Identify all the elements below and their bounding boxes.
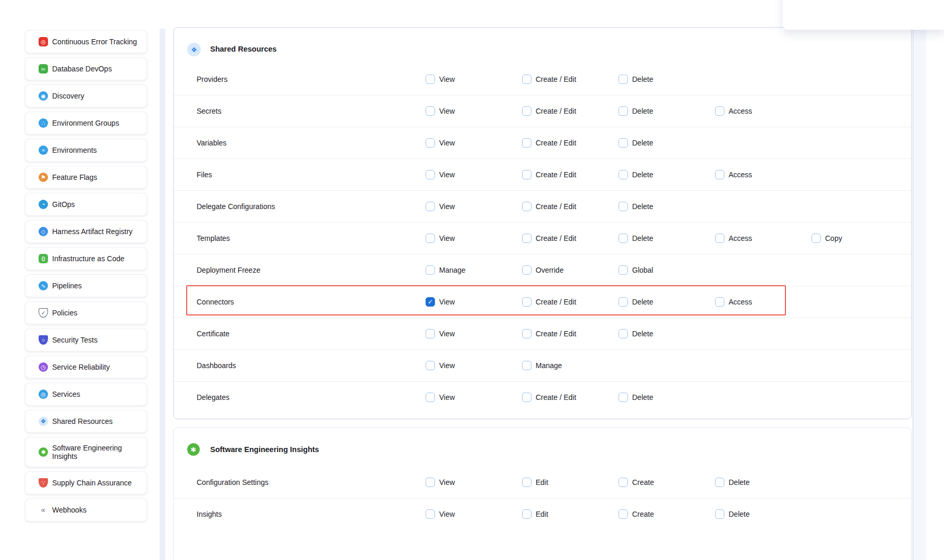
checkbox-label: Delete xyxy=(632,393,653,401)
sidebar-item-feature-flags[interactable]: ⚑ Feature Flags xyxy=(25,166,147,189)
sidebar-item-label: Feature Flags xyxy=(52,173,97,181)
checkbox-label: Override xyxy=(536,266,564,274)
sidebar-item-database-devops[interactable]: ∞ Database DevOps xyxy=(25,57,147,80)
sidebar-item-service-reliability[interactable]: ◷ Service Reliability xyxy=(25,356,147,379)
checkbox-view[interactable] xyxy=(426,478,435,487)
checkbox-label: Create / Edit xyxy=(536,393,576,401)
checkbox-view[interactable] xyxy=(426,106,435,116)
checkbox-create-edit[interactable] xyxy=(522,138,531,148)
checkbox-access[interactable] xyxy=(715,297,724,307)
checkbox-label: View xyxy=(439,171,455,179)
sidebar-item-label: Policies xyxy=(52,309,77,317)
checkbox-create-edit[interactable] xyxy=(522,75,531,84)
checkbox-view[interactable] xyxy=(426,509,435,519)
sidebar-item-software-engineering-insights[interactable]: ✱ Software Engineering Insights xyxy=(25,437,147,467)
checkbox-view[interactable] xyxy=(426,393,435,402)
checkbox-manage[interactable] xyxy=(426,265,435,275)
sidebar-item-continuous-error-tracking[interactable]: ◎ Continuous Error Tracking xyxy=(25,30,147,53)
checkbox-delete[interactable] xyxy=(619,75,628,84)
checkbox-view[interactable] xyxy=(426,170,435,179)
sidebar-item-environments[interactable]: ≈ Environments xyxy=(25,139,147,162)
sidebar-item-harness-artifact-registry[interactable]: ◇ Harness Artifact Registry xyxy=(25,220,147,243)
panel-title: Shared Resources xyxy=(210,45,276,53)
checkbox-global[interactable] xyxy=(619,265,628,275)
checkbox-label: Edit xyxy=(536,510,548,518)
checkbox-delete[interactable] xyxy=(619,234,628,243)
checkbox-delete[interactable] xyxy=(619,138,628,148)
sidebar-item-services[interactable]: ◎ Services xyxy=(25,383,147,406)
checkbox-create-edit[interactable] xyxy=(522,170,531,179)
feature-flags-icon: ⚑ xyxy=(39,173,48,182)
checkbox-create-edit[interactable] xyxy=(522,106,531,116)
checkbox-delete[interactable] xyxy=(619,297,628,307)
checkbox-access[interactable] xyxy=(715,170,724,179)
sidebar-item-webhooks[interactable]: ∝ Webhooks xyxy=(25,498,147,521)
checkbox-view[interactable] xyxy=(426,202,435,211)
sidebar-item-supply-chain-assurance[interactable]: ∵ Supply Chain Assurance xyxy=(25,471,147,494)
checkbox-label: Access xyxy=(729,171,752,179)
checkbox-view[interactable] xyxy=(426,361,435,370)
checkbox-delete[interactable] xyxy=(619,202,628,211)
checkbox-delete[interactable] xyxy=(619,106,628,116)
checkbox-copy[interactable] xyxy=(812,234,821,243)
checkbox-create[interactable] xyxy=(619,478,628,487)
panel-title: Software Engineering Insights xyxy=(210,445,319,454)
checkbox-label: Delete xyxy=(632,107,653,115)
sidebar-item-label: Pipelines xyxy=(52,282,82,290)
page-scrollbar-track[interactable] xyxy=(913,30,926,560)
module-sidebar: ◎ Continuous Error Tracking ∞ Database D… xyxy=(25,30,147,521)
checkbox-view[interactable] xyxy=(426,138,435,148)
checkbox-label: Delete xyxy=(729,478,749,486)
checkbox-view[interactable] xyxy=(426,234,435,243)
sidebar-item-label: Software Engineering Insights xyxy=(52,444,140,460)
sidebar-item-label: Continuous Error Tracking xyxy=(52,38,137,46)
checkbox-delete[interactable] xyxy=(715,478,724,487)
checkbox-override[interactable] xyxy=(522,265,531,275)
checkbox-create-edit[interactable] xyxy=(522,393,531,402)
checkbox-label: Access xyxy=(729,234,752,242)
checkbox-create-edit[interactable] xyxy=(522,329,531,338)
resource-label: Secrets xyxy=(197,107,221,115)
checkbox-delete[interactable] xyxy=(619,393,628,402)
panel-header: ✱ Software Engineering Insights xyxy=(174,428,911,467)
checkbox-access[interactable] xyxy=(715,234,724,243)
sidebar-item-security-tests[interactable]: ○ Security Tests xyxy=(25,328,147,351)
checkbox-view[interactable] xyxy=(426,329,435,338)
checkbox-create[interactable] xyxy=(619,509,628,519)
checkbox-edit[interactable] xyxy=(522,478,531,487)
checkbox-create-edit[interactable] xyxy=(522,202,531,211)
checkbox-delete[interactable] xyxy=(619,170,628,179)
checkbox-label: View xyxy=(439,510,455,518)
checkbox-label: View xyxy=(439,107,455,115)
sidebar-item-gitops[interactable]: ◔ GitOps xyxy=(25,193,147,216)
sidebar-item-policies[interactable]: ✓ Policies xyxy=(25,301,147,324)
sidebar-item-pipelines[interactable]: ∿ Pipelines xyxy=(25,274,147,297)
checkbox-edit[interactable] xyxy=(522,509,531,519)
checkbox-label: Create / Edit xyxy=(536,75,576,83)
sidebar-item-label: Harness Artifact Registry xyxy=(52,227,132,236)
checkbox-label: Delete xyxy=(729,510,749,518)
checkbox-label: Create / Edit xyxy=(536,139,576,147)
sidebar-item-label: Environments xyxy=(52,146,97,154)
discovery-icon: ◉ xyxy=(39,91,48,101)
checkbox-delete[interactable] xyxy=(619,329,628,338)
sidebar-scroll-gutter[interactable] xyxy=(160,29,165,560)
sidebar-item-infrastructure-as-code[interactable]: {} Infrastructure as Code xyxy=(25,247,147,270)
environment-groups-icon: ∴ xyxy=(39,118,48,128)
checkbox-delete[interactable] xyxy=(715,509,724,519)
database-devops-icon: ∞ xyxy=(39,64,48,74)
checkbox-create-edit[interactable] xyxy=(522,234,531,243)
checkbox-manage[interactable] xyxy=(522,361,531,370)
checkbox-label: Create / Edit xyxy=(536,330,576,338)
sidebar-item-environment-groups[interactable]: ∴ Environment Groups xyxy=(25,112,147,135)
checkbox-create-edit[interactable] xyxy=(522,297,531,307)
webhooks-icon: ∝ xyxy=(39,505,48,515)
checkbox-view[interactable] xyxy=(426,75,435,84)
sidebar-item-shared-resources[interactable]: ❖ Shared Resources xyxy=(25,410,147,433)
sidebar-item-discovery[interactable]: ◉ Discovery xyxy=(25,84,147,107)
checkbox-label: Delete xyxy=(632,75,653,83)
checkbox-access[interactable] xyxy=(715,106,724,116)
checkbox-view[interactable] xyxy=(426,297,435,307)
checkbox-label: Delete xyxy=(632,202,653,211)
resource-label: Variables xyxy=(197,139,226,147)
